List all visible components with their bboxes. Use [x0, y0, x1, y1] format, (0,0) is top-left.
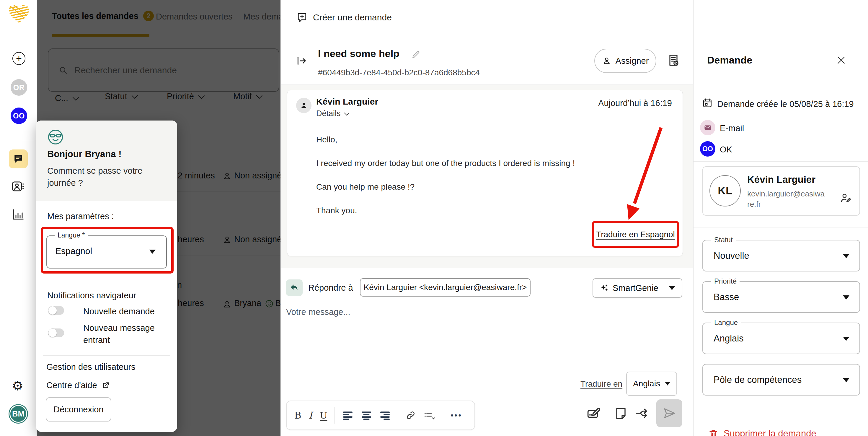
add-button[interactable]: +	[12, 52, 25, 65]
popover-divider	[43, 286, 170, 286]
user-avatar-label: BM	[12, 409, 25, 418]
italic-button[interactable]: I	[309, 410, 313, 421]
delete-request-button[interactable]: Supprimer la demande	[708, 428, 816, 436]
user-avatar-bm[interactable]: BM	[8, 404, 28, 424]
help-center-link[interactable]: Centre d'aide	[46, 380, 110, 390]
note-icon[interactable]	[614, 406, 628, 420]
status-select[interactable]: Statut Nouvelle	[702, 240, 860, 271]
competence-select[interactable]: Pôle de compétences	[702, 364, 860, 396]
caret-down-icon	[843, 295, 849, 299]
message-line: Can you help me please !?	[316, 175, 575, 199]
profile-popover: Bonjour Bryana ! Comment se passe votre …	[36, 120, 177, 432]
status-select-value: Nouvelle	[714, 251, 749, 261]
popover-question: Comment se passe votre journée ?	[47, 165, 145, 189]
bold-button[interactable]: B	[294, 410, 302, 421]
ticket-header: I need some help #60449b3d-7e84-450d-b2c…	[281, 37, 693, 85]
chat-bubble-icon	[13, 154, 24, 164]
message-body: Hello, I received my order today but one…	[316, 128, 575, 223]
message-details-toggle[interactable]: Détails	[316, 109, 348, 118]
popover-divider	[43, 355, 170, 356]
language-select-panel-label: Langue	[711, 318, 741, 327]
message-details-label: Détails	[316, 109, 341, 118]
request-info-panel: Demande Demande créée le 05/08/25 à 16:1…	[693, 0, 868, 436]
logout-button[interactable]: Déconnexion	[46, 397, 111, 422]
toolbar-divider	[443, 407, 443, 424]
align-center-button[interactable]	[361, 411, 372, 420]
smiley-glasses-icon	[47, 129, 64, 145]
collapse-panel-icon[interactable]	[296, 55, 307, 67]
toggle-new-request[interactable]	[48, 306, 64, 315]
toggle-new-message[interactable]	[48, 328, 64, 337]
contact-card[interactable]: KL Kévin Larguier kevin.larguier@easiwar…	[702, 166, 860, 215]
settings-gear-icon[interactable]: ⚙	[12, 379, 23, 392]
person-filled-icon	[300, 101, 308, 110]
message-input-placeholder[interactable]: Votre message...	[286, 307, 350, 317]
reply-mode-icon[interactable]	[286, 280, 303, 296]
toolbar-divider	[398, 407, 398, 424]
panel-title: Demande	[707, 54, 752, 66]
language-select-panel[interactable]: Langue Anglais	[702, 323, 860, 354]
align-right-button[interactable]	[379, 411, 391, 420]
contact-name: Kévin Larguier	[747, 174, 815, 185]
bar-chart-icon	[12, 208, 24, 221]
toggle-new-message-label: Nouveau message entrant	[83, 322, 157, 346]
signature-compose-icon[interactable]	[586, 405, 602, 421]
link-button[interactable]	[406, 410, 416, 420]
transfer-share-icon[interactable]	[635, 406, 650, 420]
request-detail-panel: Créer une demande I need some help #6044…	[280, 0, 693, 436]
language-select-panel-value: Anglais	[714, 333, 744, 344]
edit-title-pencil-icon[interactable]	[411, 50, 421, 59]
request-history-icon[interactable]	[666, 53, 681, 67]
edit-contact-icon[interactable]	[839, 192, 852, 204]
translate-language-select[interactable]: Anglais	[626, 372, 677, 396]
reply-to-label: Répondre à	[308, 283, 353, 293]
external-link-icon	[102, 381, 110, 389]
detail-header: Créer une demande	[281, 0, 693, 37]
user-management-link[interactable]: Gestion des utilisateurs	[46, 362, 135, 372]
avatar-oo[interactable]: OO	[11, 108, 27, 124]
caret-down-icon	[149, 250, 156, 254]
message-line: Hello,	[316, 128, 575, 151]
delete-request-label: Supprimer la demande	[724, 428, 816, 436]
translate-to-link[interactable]: Traduire en	[581, 379, 622, 389]
composer-area: Répondre à Kévin Larguier <kevin.larguie…	[281, 268, 693, 436]
ticket-id: #60449b3d-7e84-450d-b2c0-87a6d68b5bc4	[318, 68, 480, 78]
caret-down-icon	[843, 378, 849, 382]
help-center-label: Centre d'aide	[46, 380, 97, 390]
sidebar-item-contacts[interactable]	[11, 180, 25, 193]
trash-icon	[708, 429, 718, 436]
paper-plane-icon	[662, 406, 676, 420]
assign-button[interactable]: Assigner	[594, 49, 656, 73]
rail-divider	[2, 140, 34, 140]
priority-select-value: Basse	[714, 292, 739, 302]
align-left-button[interactable]	[342, 411, 353, 420]
sidebar-item-requests-active[interactable]	[9, 149, 28, 168]
message-author: Kévin Larguier	[316, 96, 378, 107]
avatar-or[interactable]: OR	[11, 79, 27, 96]
brand-heart-logo	[6, 2, 31, 25]
language-select-label: Langue *	[55, 231, 88, 239]
sparkles-icon	[600, 284, 609, 292]
priority-select[interactable]: Priorité Basse	[702, 281, 860, 313]
language-select[interactable]: Langue * Espagnol	[46, 235, 167, 268]
sidebar-item-stats[interactable]	[12, 208, 24, 221]
format-toolbar: B I U •••	[286, 401, 475, 430]
popover-greeting: Bonjour Bryana !	[47, 149, 121, 159]
caret-down-icon	[665, 382, 670, 385]
panel-divider	[693, 161, 868, 162]
message-line: Thank you.	[316, 199, 575, 223]
caret-down-icon	[669, 286, 675, 290]
create-request-button[interactable]: Créer une demande	[297, 12, 392, 23]
close-icon[interactable]	[836, 55, 846, 65]
smartgenie-label: SmartGenie	[613, 283, 664, 293]
underline-button[interactable]: U	[320, 410, 327, 420]
reply-arrow-icon	[290, 283, 299, 292]
recipient-chip[interactable]: Kévin Larguier <kevin.larguier@easiware.…	[360, 278, 531, 297]
list-button[interactable]	[423, 410, 435, 420]
send-button-disabled[interactable]	[656, 399, 682, 427]
more-options-button[interactable]: •••	[451, 411, 462, 420]
message-avatar	[296, 98, 311, 113]
left-rail: + OR OO ⚙ BM	[0, 0, 37, 436]
smartgenie-button[interactable]: SmartGenie	[593, 278, 682, 298]
created-date-label: Demande créée le 05/08/25 à 16:19	[717, 99, 854, 109]
